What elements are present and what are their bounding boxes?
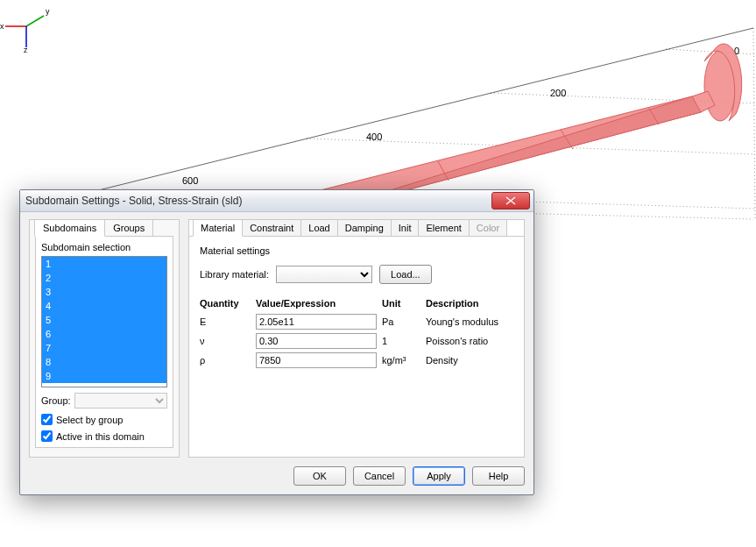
- list-item[interactable]: 7: [42, 341, 166, 355]
- list-item[interactable]: 1: [42, 257, 166, 271]
- cancel-button[interactable]: Cancel: [353, 466, 406, 486]
- list-item[interactable]: 2: [42, 271, 166, 285]
- list-item[interactable]: 6: [42, 327, 166, 341]
- active-in-domain-checkbox[interactable]: [41, 430, 53, 442]
- col-value: Value/Expression: [256, 296, 382, 312]
- dialog-title: Subdomain Settings - Solid, Stress-Strai…: [25, 195, 242, 207]
- desc-nu: Poisson's ratio: [426, 331, 513, 351]
- list-item[interactable]: 9: [42, 369, 166, 383]
- value-rho-input[interactable]: [256, 352, 377, 368]
- library-material-label: Library material:: [200, 269, 269, 280]
- close-icon: [505, 196, 516, 205]
- dialog-button-row: OK Cancel Apply Help: [29, 466, 525, 486]
- col-quantity: Quantity: [200, 296, 256, 312]
- col-unit: Unit: [382, 296, 426, 312]
- tab-constraint[interactable]: Constraint: [242, 219, 301, 237]
- settings-panel: Material Constraint Load Damping Init El…: [188, 219, 525, 458]
- tab-color[interactable]: Color: [469, 219, 507, 237]
- table-row: ν 1 Poisson's ratio: [200, 331, 513, 351]
- coordinate-triad: x y z: [0, 0, 53, 53]
- svg-text:z: z: [24, 46, 28, 53]
- dialog-titlebar[interactable]: Subdomain Settings - Solid, Stress-Strai…: [20, 190, 533, 212]
- unit-E: Pa: [382, 312, 426, 331]
- svg-line-6: [753, 28, 755, 219]
- list-item[interactable]: 3: [42, 285, 166, 299]
- axis-tick: 200: [550, 88, 566, 98]
- svg-text:x: x: [0, 22, 4, 31]
- list-item[interactable]: 8: [42, 355, 166, 369]
- tab-init[interactable]: Init: [391, 219, 420, 237]
- unit-nu: 1: [382, 331, 426, 351]
- apply-button[interactable]: Apply: [413, 466, 465, 486]
- group-label: Group:: [41, 395, 71, 406]
- value-nu-input[interactable]: [256, 333, 377, 349]
- unit-rho: kg/m³: [382, 351, 426, 370]
- select-by-group-row[interactable]: Select by group: [41, 414, 167, 425]
- table-row: ρ kg/m³ Density: [200, 351, 513, 370]
- ok-button[interactable]: OK: [293, 466, 346, 486]
- subdomain-selection-label: Subdomain selection: [41, 242, 167, 252]
- value-E-input[interactable]: [256, 314, 377, 330]
- svg-text:y: y: [46, 7, 50, 16]
- close-button[interactable]: [491, 192, 530, 210]
- tab-damping[interactable]: Damping: [337, 219, 392, 237]
- quantity-rho: ρ: [200, 351, 256, 370]
- axis-tick: 400: [366, 131, 382, 142]
- subdomain-listbox[interactable]: 1 2 3 4 5 6 7 8 9: [41, 256, 167, 387]
- desc-rho: Density: [426, 351, 513, 370]
- subdomain-settings-dialog: Subdomain Settings - Solid, Stress-Strai…: [19, 189, 534, 495]
- active-in-domain-label: Active in this domain: [56, 431, 145, 442]
- table-row: E Pa Young's modulus: [200, 312, 513, 331]
- material-properties-table: Quantity Value/Expression Unit Descripti…: [200, 296, 513, 370]
- material-settings-label: Material settings: [200, 245, 513, 256]
- load-button[interactable]: Load...: [379, 265, 432, 284]
- group-select[interactable]: [74, 393, 167, 408]
- quantity-E: E: [200, 312, 256, 331]
- tab-material[interactable]: Material: [193, 219, 243, 237]
- active-in-domain-row[interactable]: Active in this domain: [41, 430, 167, 442]
- axis-tick: 600: [182, 175, 198, 186]
- col-description: Description: [426, 296, 513, 312]
- tab-element[interactable]: Element: [418, 219, 469, 237]
- select-by-group-checkbox[interactable]: [41, 414, 53, 425]
- tab-subdomains[interactable]: Subdomains: [34, 219, 105, 237]
- tab-groups[interactable]: Groups: [104, 219, 153, 237]
- tab-load[interactable]: Load: [300, 219, 337, 237]
- list-item[interactable]: 4: [42, 299, 166, 313]
- list-item[interactable]: 5: [42, 313, 166, 327]
- subdomain-panel: Subdomains Groups Subdomain selection 1 …: [29, 219, 180, 458]
- quantity-nu: ν: [200, 331, 256, 351]
- help-button[interactable]: Help: [472, 466, 525, 486]
- library-material-select[interactable]: [276, 266, 372, 283]
- select-by-group-label: Select by group: [56, 415, 123, 425]
- desc-E: Young's modulus: [426, 312, 513, 331]
- svg-line-12: [26, 16, 44, 26]
